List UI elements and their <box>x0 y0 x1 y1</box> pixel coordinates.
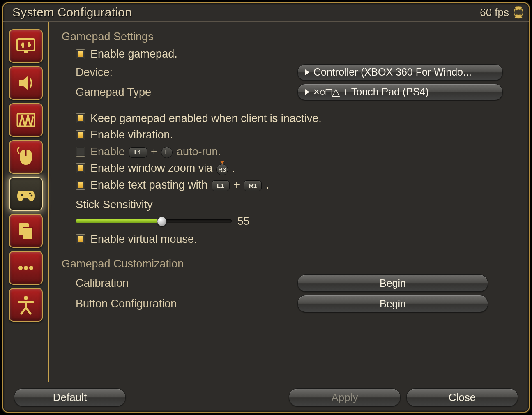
svg-point-5 <box>29 193 31 195</box>
sidebar-item-mouse[interactable] <box>9 140 43 174</box>
row-autorun: Enable L1 + L auto-run. <box>62 143 518 160</box>
checkbox-enable-gamepad[interactable] <box>76 49 85 59</box>
window-title: System Configuration <box>12 5 132 19</box>
title-right: 60 fps <box>480 5 525 19</box>
row-calibration: Calibration Begin <box>62 273 518 293</box>
r1-chip-icon: R1 <box>244 180 262 191</box>
row-window-zoom: Enable window zoom via R3 . <box>62 160 518 176</box>
footer: Default Apply Close <box>3 382 529 413</box>
label-keep-enabled-inactive: Keep gamepad enabled when client is inac… <box>90 111 322 126</box>
label-enable-gamepad: Enable gamepad. <box>90 46 177 61</box>
label-calibration: Calibration <box>76 276 297 290</box>
label-window-zoom: Enable window zoom via R3 . <box>90 161 235 175</box>
sidebar-item-sound[interactable] <box>9 66 43 100</box>
l1-chip-icon: L1 <box>129 147 147 158</box>
stick-sensitivity-block: Stick Sensitivity 55 <box>62 193 518 231</box>
svg-point-12 <box>24 296 28 300</box>
dropdown-gamepad-type-value: ×○□△ + Touch Pad (PS4) <box>313 85 429 99</box>
label-gamepad-type: Gamepad Type <box>76 85 297 99</box>
sidebar-item-more[interactable] <box>9 251 43 285</box>
fps-label: 60 fps <box>480 6 509 19</box>
row-device: Device: Controller (XBOX 360 For Windo..… <box>62 62 518 82</box>
stick-sensitivity-value: 55 <box>237 214 249 228</box>
l-chip-icon: L <box>161 147 173 158</box>
section-title-gamepad-customization: Gamepad Customization <box>62 256 518 271</box>
apply-button[interactable]: Apply <box>289 388 401 406</box>
label-text-pasting: Enable text pasting with L1 + R1 . <box>90 178 269 192</box>
row-text-pasting: Enable text pasting with L1 + R1 . <box>62 177 518 193</box>
svg-point-9 <box>18 266 23 270</box>
calibration-begin-button[interactable]: Begin <box>297 274 488 292</box>
slider-thumb[interactable] <box>157 217 167 226</box>
chevron-right-icon <box>305 69 309 75</box>
r3-chip-icon: R3 <box>216 164 229 175</box>
section-title-gamepad-settings: Gamepad Settings <box>62 29 518 44</box>
chevron-right-icon <box>305 89 309 95</box>
checkbox-text-pasting[interactable] <box>76 180 85 190</box>
dropdown-device[interactable]: Controller (XBOX 360 For Windo... <box>297 64 503 81</box>
svg-point-11 <box>29 266 33 270</box>
body: Gamepad Settings Enable gamepad. Device:… <box>3 22 529 382</box>
close-button[interactable]: Close <box>406 388 518 406</box>
slider-fill <box>76 219 161 223</box>
label-autorun: Enable L1 + L auto-run. <box>90 144 221 159</box>
dropdown-device-value: Controller (XBOX 360 For Windo... <box>313 65 472 79</box>
row-enable-vibration: Enable vibration. <box>62 127 518 143</box>
svg-point-6 <box>31 195 33 197</box>
svg-rect-1 <box>17 39 35 51</box>
sidebar-item-other[interactable] <box>9 214 43 248</box>
label-virtual-mouse: Enable virtual mouse. <box>90 232 197 247</box>
system-configuration-window: System Configuration 60 fps <box>2 2 530 413</box>
row-button-config: Button Configuration Begin <box>62 293 518 314</box>
close-icon[interactable] <box>511 5 525 19</box>
svg-rect-8 <box>23 227 33 240</box>
sidebar-item-gamepad[interactable] <box>9 177 43 211</box>
settings-panel: Gamepad Settings Enable gamepad. Device:… <box>49 22 529 382</box>
checkbox-virtual-mouse[interactable] <box>76 234 85 244</box>
svg-point-4 <box>21 194 23 196</box>
default-button[interactable]: Default <box>14 388 126 406</box>
row-keep-enabled-inactive: Keep gamepad enabled when client is inac… <box>62 110 518 127</box>
titlebar: System Configuration 60 fps <box>3 3 529 22</box>
row-gamepad-type: Gamepad Type ×○□△ + Touch Pad (PS4) <box>62 82 518 102</box>
svg-rect-2 <box>24 51 28 53</box>
checkbox-window-zoom[interactable] <box>76 163 85 173</box>
slider-stick-sensitivity[interactable] <box>76 219 232 223</box>
checkbox-autorun[interactable] <box>76 147 85 157</box>
sidebar-item-graphics[interactable] <box>9 103 43 137</box>
label-enable-vibration: Enable vibration. <box>90 127 173 142</box>
sidebar-item-display[interactable] <box>9 29 43 63</box>
dropdown-gamepad-type[interactable]: ×○□△ + Touch Pad (PS4) <box>297 84 503 100</box>
row-virtual-mouse: Enable virtual mouse. <box>62 231 518 247</box>
button-config-begin-button[interactable]: Begin <box>297 295 488 312</box>
label-stick-sensitivity: Stick Sensitivity <box>76 197 518 212</box>
sidebar <box>3 22 49 382</box>
sidebar-item-accessibility[interactable] <box>9 288 43 322</box>
label-button-config: Button Configuration <box>76 296 297 311</box>
svg-point-10 <box>24 266 28 270</box>
checkbox-enable-vibration[interactable] <box>76 130 85 140</box>
l1-chip-icon: L1 <box>212 180 230 191</box>
label-device: Device: <box>76 65 297 80</box>
checkbox-keep-enabled-inactive[interactable] <box>76 113 85 123</box>
row-enable-gamepad: Enable gamepad. <box>62 46 518 62</box>
